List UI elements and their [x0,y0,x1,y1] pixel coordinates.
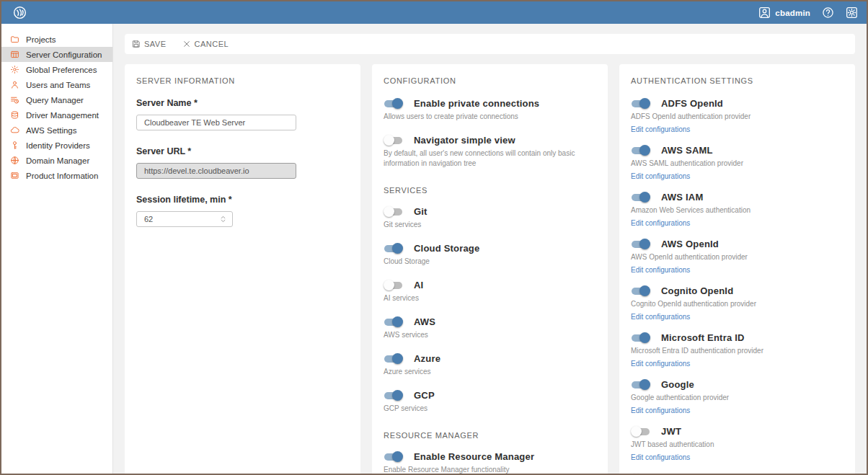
sidebar-item-icon [10,141,19,150]
sidebar-item-icon [10,65,19,74]
sidebar-item-label: Projects [26,35,56,44]
sidebar-item[interactable]: Server Configuration [1,47,112,62]
user-menu[interactable]: cbadmin [758,6,810,19]
toggle-switch[interactable] [384,243,403,254]
auth-provider-block: AWS SAML AWS SAML authentication provide… [631,145,843,182]
settings-columns: SERVER INFORMATION Server Name * Server … [125,64,855,474]
sidebar-item-label: Driver Management [26,111,99,120]
cloudbeaver-logo-icon [13,6,27,19]
toggle-switch[interactable] [384,135,403,146]
toggle-switch[interactable] [384,451,403,462]
auth-provider-block: Google Google authentication provider Ed… [631,379,843,416]
toggle-switch[interactable] [384,98,403,109]
auth-provider-description: AWS OpenId authentication provider [631,252,843,262]
toggle-switch[interactable] [631,426,650,437]
auth-provider-label: AWS OpenId [661,239,719,249]
toggle-switch[interactable] [631,192,650,203]
sidebar-item-icon [10,35,19,44]
auth-provider-description: Amazon Web Services authentication [631,205,843,216]
save-icon [132,40,141,48]
toggle-block: GCP GCP services [384,390,596,414]
authentication-settings-card: AUTHENTICATION SETTINGS ADFS OpenId ADFS… [619,64,855,474]
sidebar-item-label: Query Manager [26,96,84,105]
server-url-field: Server URL * [136,146,349,179]
toggle-switch[interactable] [631,145,650,156]
toggle-switch[interactable] [631,473,650,474]
edit-configurations-link[interactable]: Edit configurations [631,453,690,461]
toggle-label: Git [414,206,428,217]
sidebar-item[interactable]: Global Preferences [1,62,112,77]
toggle-block: Enable Resource Manager Enable Resource … [384,451,596,474]
toggle-description: AI services [384,293,596,303]
server-name-field: Server Name * [136,98,349,130]
toggle-block: Enable private connections Allows users … [384,98,596,122]
toggle-description: Azure services [384,367,596,377]
configuration-card: CONFIGURATION Enable private connections… [372,64,608,474]
toggle-label: Navigator simple view [414,135,515,146]
edit-configurations-link[interactable]: Edit configurations [631,313,690,321]
cancel-button-label: CANCEL [195,40,229,48]
edit-configurations-link[interactable]: Edit configurations [631,172,690,180]
edit-configurations-link[interactable]: Edit configurations [631,219,690,227]
auth-provider-label: JWT [661,426,681,437]
server-name-input[interactable] [136,115,296,130]
toggle-block: AI AI services [384,280,596,303]
save-button[interactable]: SAVE [132,40,167,48]
auth-provider-label: AWS IAM [661,192,703,203]
toggle-switch[interactable] [384,206,403,217]
edit-configurations-link[interactable]: Edit configurations [631,407,690,414]
sidebar-item-icon [10,95,19,105]
toggle-label: Enable private connections [414,98,539,109]
auth-provider-description: Microsoft Entra ID authentication provid… [631,346,843,356]
toggle-switch[interactable] [631,285,650,296]
edit-configurations-link[interactable]: Edit configurations [631,360,690,368]
avatar-icon [758,6,771,19]
sidebar-item[interactable]: Identity Providers [1,138,112,153]
toggle-switch[interactable] [384,390,403,401]
sidebar-item[interactable]: Users and Teams [1,77,112,92]
auth-provider-description: JWT based authentication [631,440,843,450]
auth-provider-block: AWS IAM Amazon Web Services authenticati… [631,192,843,228]
sidebar-item[interactable]: Product Information [1,168,112,183]
resource-manager-toggles: Enable Resource Manager Enable Resource … [384,451,596,474]
sidebar-item-label: Identity Providers [26,141,90,150]
sidebar-item[interactable]: Projects [1,32,112,47]
auth-provider-block: AWS OpenId AWS OpenId authentication pro… [631,239,843,275]
sidebar-item-label: Domain Manager [26,156,89,165]
auth-provider-description: Cognito OpenId authentication provider [631,299,843,309]
toggle-description: Cloud Storage [384,257,596,267]
toggle-label: Azure [414,353,440,364]
sidebar-item-label: Users and Teams [26,81,90,89]
administration-settings-button[interactable] [846,6,858,19]
auth-provider-label: ADFS OpenId [661,98,723,109]
sidebar-item-icon [10,80,19,89]
cancel-button[interactable]: CANCEL [182,40,229,48]
topbar-actions: cbadmin [758,6,858,19]
toggle-switch[interactable] [384,316,403,327]
toggle-switch[interactable] [384,353,403,364]
edit-configurations-link[interactable]: Edit configurations [631,125,690,133]
action-toolbar: SAVE CANCEL [125,34,855,54]
toggle-description: Enable Resource Manager functionality [384,465,596,474]
toggle-switch[interactable] [631,239,650,249]
sidebar-item[interactable]: Domain Manager [1,153,112,168]
toggle-label: Enable Resource Manager [414,451,534,462]
toggle-switch[interactable] [631,98,650,109]
username: cbadmin [775,9,810,17]
toggle-description: By default, all user's new connections w… [384,148,596,169]
number-stepper-icon[interactable] [219,214,227,224]
edit-configurations-link[interactable]: Edit configurations [631,266,690,274]
session-lifetime-input[interactable] [136,211,233,227]
toggle-switch[interactable] [384,280,403,290]
auth-provider-label: LDAP [661,473,687,474]
toggle-switch[interactable] [631,379,650,390]
sidebar-item[interactable]: Query Manager [1,92,112,107]
sidebar-item[interactable]: AWS Settings [1,123,112,138]
auth-provider-block: ADFS OpenId ADFS OpenId authentication p… [631,98,843,135]
sidebar-item-label: Product Information [26,172,98,180]
toggle-switch[interactable] [631,332,650,343]
sidebar-item[interactable]: Driver Management [1,107,112,123]
auth-provider-label: AWS SAML [661,145,713,156]
help-button[interactable] [822,6,834,19]
sidebar-item-icon [10,125,19,135]
